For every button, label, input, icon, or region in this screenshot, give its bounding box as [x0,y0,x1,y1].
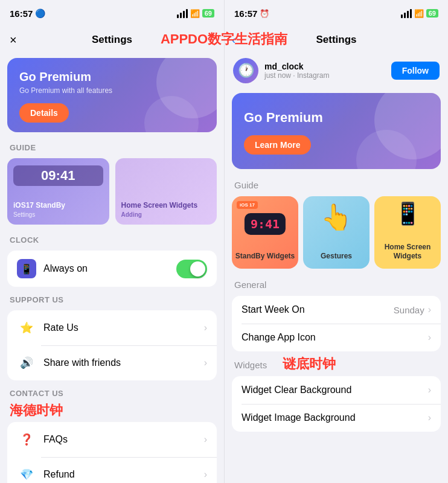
gestures-card[interactable]: 👆 Gestures [303,196,370,269]
follow-button[interactable]: Follow [391,62,440,80]
left-status-time: 16:57 [10,8,33,19]
left-premium-title: Go Premium [19,70,205,84]
phone-icon: 📱 [394,201,421,226]
general-card: Start Week On Sunday › Change App Icon › [232,296,441,351]
left-premium-banner: Go Premium Go Premium with all features … [7,58,217,132]
clock-section: 📱 Always on [7,251,217,287]
standby-label: StandBy Widgets [235,252,295,261]
left-status-icons: 📶 69 [177,9,214,18]
rate-us-row[interactable]: ⭐ Rate Us › [7,310,217,345]
right-wifi-icon: 📶 [414,9,424,18]
widget-image-chevron: › [428,412,431,423]
widgets-card: Widget Clear Background › Widget Image B… [232,376,441,432]
signal-icon [177,9,188,18]
start-week-chevron: › [428,304,431,315]
left-support-label: SUPPORT US [0,289,224,308]
ios17-badge: iOS 17 [237,201,258,209]
homescreen-card[interactable]: 📱 Home Screen Widgets [374,196,441,269]
right-watermark: 谜底时钟 [283,355,336,373]
change-icon-label: Change App Icon [242,332,428,343]
back-button[interactable]: ‹ [232,34,235,46]
widget-image-row[interactable]: Widget Image Background › [232,404,441,432]
profile-avatar: 🕐 [233,58,258,83]
standby-clock: 09:41 [13,165,103,186]
right-header: ‹ Settings [225,27,448,53]
left-header: × Settings [0,27,224,53]
profile-username: md_clock [264,62,385,71]
left-guide-label: GUIDE [0,137,224,156]
start-week-row[interactable]: Start Week On Sunday › [232,296,441,324]
right-battery-icon: 69 [426,9,438,18]
start-week-value: Sunday [394,305,424,315]
wifi-icon: 📶 [190,9,200,18]
change-icon-row[interactable]: Change App Icon › [232,324,441,351]
share-label: Share with friends [43,357,204,368]
contact-card: ❓ FAQs › 💎 Refund › [7,422,217,483]
faq-chevron: › [204,434,207,445]
right-header-title: Settings [316,34,356,46]
left-status-bar: 16:57 🔵 📶 69 [0,0,224,27]
refund-icon: 💎 [17,465,36,483]
battery-icon: 69 [202,9,214,18]
right-status-time: 16:57 [234,8,257,19]
share-chevron: › [204,357,207,368]
faqs-row[interactable]: ❓ FAQs › [7,422,217,457]
avatar-clock-icon: 🕐 [238,63,254,78]
rate-us-chevron: › [204,322,207,333]
faq-icon: ❓ [17,430,36,449]
right-status-bar: 16:57 ⏰ 📶 69 [225,0,448,27]
standby-card[interactable]: iOS 17 9:41 StandBy Widgets [232,196,298,269]
widget-image-label: Widget Image Background [242,412,428,423]
refund-label: Refund [43,469,204,480]
left-contact-label: CONTACT US [0,383,224,401]
left-panel: 16:57 🔵 📶 69 × Settings Go Premium Go Pr… [0,0,224,483]
left-guide-card-standby[interactable]: 09:41 iOS17 StandBy Settings [7,158,109,225]
profile-meta: just now · Instagram [264,71,385,80]
left-details-button[interactable]: Details [19,103,69,123]
right-status-icons: 📶 69 [401,9,438,18]
right-guide-label: Guide [225,174,448,194]
refund-row[interactable]: 💎 Refund › [7,457,217,483]
share-friends-row[interactable]: 🔊 Share with friends › [7,345,217,380]
right-signal-icon [401,9,412,18]
rate-us-icon: ⭐ [17,318,36,337]
left-guide-card-homescreen[interactable]: Home Screen Widgets Adding [115,158,217,225]
always-on-label: Always on [43,263,176,274]
refund-chevron: › [204,469,207,480]
guide-card-1-label: iOS17 StandBy Settings [13,201,65,220]
right-widgets-label: Widgets [225,354,277,374]
right-premium-title: Go Premium [244,110,429,126]
homescreen-label: Home Screen Widgets [374,243,441,261]
right-panel: 16:57 ⏰ 📶 69 ‹ Settings 🕐 md_clock just … [224,0,448,483]
support-card: ⭐ Rate Us › 🔊 Share with friends › [7,310,217,380]
right-general-label: General [225,273,448,293]
left-guide-cards: 09:41 iOS17 StandBy Settings Home Screen… [0,156,224,229]
change-icon-chevron: › [428,332,431,343]
instagram-header: 🕐 md_clock just now · Instagram Follow [225,53,448,88]
learn-more-button[interactable]: Learn More [244,135,311,155]
widget-clear-row[interactable]: Widget Clear Background › [232,376,441,404]
hand-icon: 👆 [321,202,352,232]
close-button[interactable]: × [10,33,17,47]
standby-clock-display: 9:41 [245,213,286,235]
left-header-title: Settings [92,34,132,46]
right-premium-banner: Go Premium Learn More [232,93,441,169]
left-watermark: 海德时钟 [0,401,72,420]
share-icon: 🔊 [17,353,36,373]
start-week-label: Start Week On [242,304,394,315]
right-guide-cards: iOS 17 9:41 StandBy Widgets 👆 Gestures 📱… [225,194,448,273]
left-clock-label: CLOCK [0,229,224,248]
profile-info: md_clock just now · Instagram [264,62,385,80]
left-premium-subtitle: Go Premium with all features [19,86,205,95]
guide-card-2-label: Home Screen Widgets Adding [121,201,198,220]
gestures-label: Gestures [321,252,352,261]
faq-label: FAQs [43,434,204,445]
rate-us-label: Rate Us [43,322,204,333]
always-on-row: 📱 Always on [7,251,217,287]
widget-clear-label: Widget Clear Background [242,385,428,395]
always-on-toggle[interactable] [176,260,207,278]
widget-clear-chevron: › [428,385,431,395]
clock-icon: 📱 [17,259,36,278]
